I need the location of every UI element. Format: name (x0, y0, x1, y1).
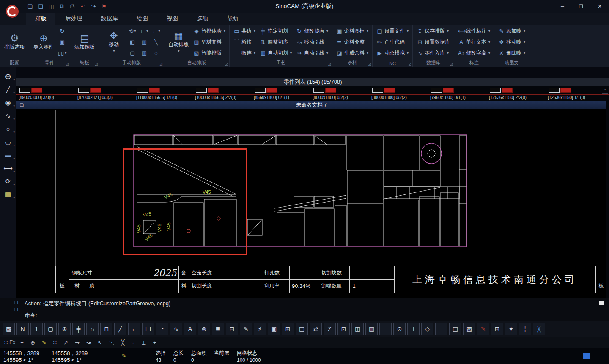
maximize-button[interactable]: ❐ (572, 0, 590, 13)
ribbon-button[interactable]: ▧智能排版 (192, 47, 227, 58)
toolbar-icon[interactable]: ↗ (63, 339, 68, 346)
toolbar-icon[interactable]: ↝ (86, 339, 91, 346)
dialog-launcher-icon[interactable]: ◿ (368, 62, 371, 66)
toolbar-icon[interactable]: ✦ (505, 323, 517, 335)
ribbon-button[interactable]: A↕修改字高▾ (456, 47, 492, 58)
ribbon-button[interactable]: ▥ (139, 36, 150, 47)
part-item[interactable]: [8560x1800] 0/1(1) (254, 86, 313, 101)
part-item[interactable]: [10000x1856.5] 2/2(0) (195, 86, 254, 101)
ribbon-button[interactable]: ↝移动引线 (294, 36, 330, 47)
toolbar-icon[interactable]: ⊓ (100, 323, 112, 335)
toolbar-icon[interactable]: ⋱ (109, 339, 115, 346)
dialog-launcher-icon[interactable]: ◿ (328, 62, 331, 66)
line-tool[interactable]: ╱▾ (0, 83, 16, 96)
toolbar-icon[interactable]: ▩ (3, 323, 15, 335)
toolbar-icon[interactable]: Z (324, 323, 336, 335)
tab-排版[interactable]: 排版 (26, 13, 55, 25)
dialog-launcher-icon[interactable]: ◿ (409, 62, 411, 66)
dialog-launcher-icon[interactable]: ◿ (160, 62, 162, 66)
letter-a-icon[interactable]: A (184, 323, 196, 335)
part-item[interactable]: [7960x1800] 0/1(1) (430, 86, 489, 101)
tab-帮助[interactable]: 帮助 (218, 13, 247, 25)
part-item[interactable]: [12536x1150] 2/2(0) (489, 86, 548, 101)
ribbon-button[interactable]: ←▾ (151, 25, 162, 36)
toolbar-icon[interactable]: ▤ (296, 323, 308, 335)
ribbon-button[interactable]: ⌒桥接 (232, 36, 257, 47)
ribbon-button[interactable]: ↻修改旋向▾ (294, 25, 330, 36)
tab-后处理[interactable]: 后处理 (56, 13, 91, 25)
blue-cross-icon[interactable]: ╳ (533, 323, 545, 335)
ribbon-button[interactable]: ↧保存排版▾ (415, 25, 452, 36)
toolbar-icon[interactable]: ▤ (449, 323, 461, 335)
ribbon-button[interactable]: ✥移动▾ (102, 25, 126, 58)
ribbon-button[interactable]: ▶动态模拟▾ (375, 47, 410, 58)
dialog-launcher-icon[interactable]: ◿ (225, 62, 228, 66)
toolbar-icon[interactable]: + (20, 339, 24, 346)
toolbar-icon[interactable]: ⊥ (141, 339, 146, 346)
home-icon[interactable]: ⚑ (100, 2, 108, 11)
toolbar-icon[interactable]: ⊡ (337, 323, 350, 335)
redo-icon[interactable]: ↷ (90, 2, 97, 11)
tab-数据库[interactable]: 数据库 (92, 13, 127, 25)
ribbon-button[interactable]: ▥型材套料 (192, 36, 227, 47)
toolbar-icon[interactable]: ¦ (519, 323, 531, 335)
arc-tool[interactable]: ◡▾ (0, 135, 16, 148)
toolbar-icon[interactable]: ⇝ (75, 339, 80, 346)
ribbon-button[interactable]: ┄微连▾ (232, 47, 257, 58)
ribbon-button[interactable]: ✎添加喷▾ (497, 25, 527, 36)
red-pen-icon[interactable]: ✎ (477, 323, 489, 335)
toolbar-icon[interactable]: ⊛ (198, 323, 210, 335)
ribbon-button[interactable]: ⇅调整切序 (258, 36, 294, 47)
ribbon-button[interactable]: ◈智排体验▾ (192, 25, 227, 36)
tab-选项[interactable]: 选项 (188, 13, 217, 25)
yellow-pen-icon[interactable]: ✎ (42, 339, 47, 346)
toolbar-icon[interactable]: ⌂ (86, 323, 99, 335)
ribbon-button[interactable]: ▯▯▾ (57, 47, 68, 58)
status-right-icon[interactable] (583, 353, 590, 359)
toolbar-icon[interactable]: ○ (131, 339, 134, 346)
toolbar-icon[interactable]: ╪ (72, 323, 85, 335)
save-all-icon[interactable]: ⧉ (58, 2, 66, 11)
part-item[interactable]: [8000x1800] 0/2(2) (371, 86, 430, 101)
save-icon[interactable]: ◫ (47, 2, 55, 11)
ribbon-button[interactable]: ╪指定切割 (258, 25, 294, 36)
ribbon-button[interactable]: ⇝自动引线▾ (294, 47, 330, 58)
layers-tool[interactable]: ▤▾ (0, 188, 16, 201)
print-icon[interactable]: ⎙ (69, 2, 76, 11)
command-scroll-handle[interactable] (599, 301, 604, 305)
toolbar-icon[interactable]: ▢ (44, 323, 57, 335)
ribbon-button[interactable]: ▦ (139, 47, 150, 58)
toolbar-icon[interactable]: ⌐ (128, 323, 140, 335)
ribbon-button[interactable]: ▤设置文件▾ (375, 25, 410, 36)
drawing-canvas[interactable]: V45 V45 V45 V45 V45 V45 V45 (16, 109, 606, 298)
red-line-icon[interactable]: ─ (379, 323, 392, 335)
dimension-tool[interactable]: ⟷▾ (0, 161, 16, 175)
rotate-tool[interactable]: ⟳▾ (0, 175, 16, 188)
toolbar-icon[interactable]: ≣ (212, 323, 224, 335)
number-1-icon[interactable]: 1 (30, 323, 43, 335)
toolbar-icon[interactable]: ◫ (351, 323, 364, 335)
part-item[interactable]: [11000x1856.5] 1/1(0) (136, 86, 195, 101)
command-history-icon[interactable]: ❏ (14, 300, 18, 305)
ribbon-button[interactable]: ◪生成余料▾ (335, 47, 370, 58)
ribbon-button[interactable]: ⟲▾ (127, 25, 138, 36)
close-button[interactable]: ✕ (590, 0, 609, 13)
ribbon-button[interactable]: ∟▾ (139, 25, 150, 36)
toolbar-icon[interactable]: ⊙ (393, 323, 406, 335)
ribbon-button[interactable]: ▣ (57, 36, 68, 47)
ribbon-button[interactable]: ⊕导入零件 (31, 25, 56, 58)
ribbon-button[interactable]: ▦自动排版▾ (166, 25, 191, 58)
ribbon-button[interactable]: NC产生代码 (375, 36, 410, 47)
toolbar-icon[interactable]: ⊕ (30, 339, 35, 346)
ribbon-button[interactable]: ⊟设置数据库 (415, 36, 452, 47)
toolbar-icon[interactable]: ∿ (170, 323, 182, 335)
ribbon-button[interactable]: ✕删除喷▾ (497, 47, 527, 58)
ribbon-button[interactable]: A单行文本▾ (456, 36, 492, 47)
ribbon-button[interactable]: ≣余料齐整 (335, 36, 370, 47)
point-tool[interactable]: ◉▾ (0, 96, 16, 109)
toolbar-icon[interactable]: ▥ (365, 323, 378, 335)
deselect-tool[interactable]: ⊖▾ (0, 70, 16, 83)
selection-box[interactable] (123, 148, 247, 255)
ribbon-button[interactable]: ▢ (127, 47, 138, 58)
open-file-icon[interactable]: ❑ (37, 2, 44, 11)
